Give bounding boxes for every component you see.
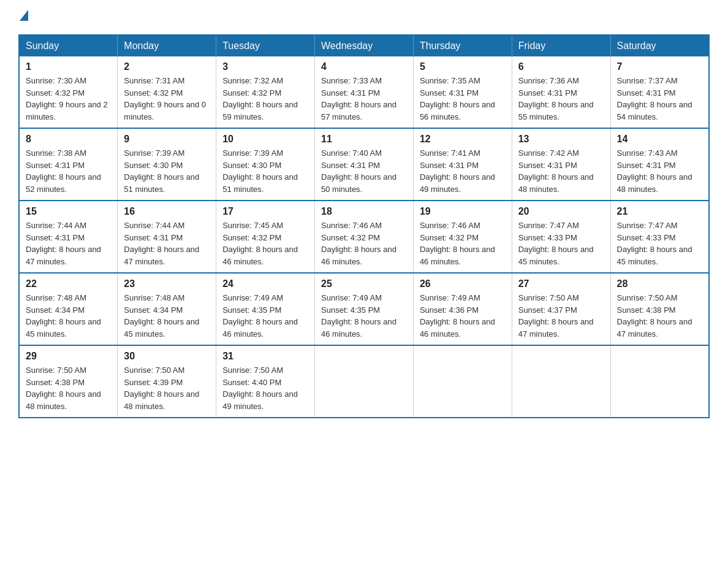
calendar-table: SundayMondayTuesdayWednesdayThursdayFrid… [18, 34, 710, 418]
calendar-day-cell: 3Sunrise: 7:32 AMSunset: 4:32 PMDaylight… [216, 56, 315, 128]
calendar-day-cell: 20Sunrise: 7:47 AMSunset: 4:33 PMDayligh… [512, 201, 610, 273]
day-info: Sunrise: 7:44 AMSunset: 4:31 PMDaylight:… [26, 221, 101, 266]
day-info: Sunrise: 7:43 AMSunset: 4:31 PMDaylight:… [617, 148, 692, 194]
day-number: 10 [222, 134, 308, 145]
logo [18, 12, 31, 23]
day-number: 22 [26, 278, 111, 289]
day-info: Sunrise: 7:47 AMSunset: 4:33 PMDaylight:… [518, 221, 594, 266]
day-info: Sunrise: 7:35 AMSunset: 4:31 PMDaylight:… [420, 76, 495, 121]
calendar-day-cell: 30Sunrise: 7:50 AMSunset: 4:39 PMDayligh… [118, 345, 216, 418]
calendar-day-cell: 26Sunrise: 7:49 AMSunset: 4:36 PMDayligh… [413, 273, 512, 345]
calendar-day-cell: 25Sunrise: 7:49 AMSunset: 4:35 PMDayligh… [315, 273, 414, 345]
calendar-day-cell: 24Sunrise: 7:49 AMSunset: 4:35 PMDayligh… [216, 273, 315, 345]
day-info: Sunrise: 7:38 AMSunset: 4:31 PMDaylight:… [26, 148, 101, 194]
day-number: 25 [321, 278, 407, 289]
day-number: 26 [420, 278, 506, 289]
day-info: Sunrise: 7:47 AMSunset: 4:33 PMDaylight:… [617, 221, 692, 266]
day-info: Sunrise: 7:49 AMSunset: 4:35 PMDaylight:… [222, 293, 298, 339]
calendar-day-cell: 31Sunrise: 7:50 AMSunset: 4:40 PMDayligh… [216, 345, 315, 418]
weekday-header-thursday: Thursday [413, 35, 512, 56]
day-info: Sunrise: 7:32 AMSunset: 4:32 PMDaylight:… [222, 76, 298, 121]
day-number: 16 [124, 206, 210, 217]
calendar-week-row: 1Sunrise: 7:30 AMSunset: 4:32 PMDaylight… [19, 56, 709, 128]
calendar-day-cell [413, 345, 512, 418]
day-number: 21 [617, 206, 702, 217]
calendar-day-cell: 21Sunrise: 7:47 AMSunset: 4:33 PMDayligh… [610, 201, 709, 273]
day-info: Sunrise: 7:45 AMSunset: 4:32 PMDaylight:… [222, 221, 298, 266]
day-info: Sunrise: 7:40 AMSunset: 4:31 PMDaylight:… [321, 148, 396, 194]
day-number: 4 [321, 61, 407, 72]
weekday-header-friday: Friday [512, 35, 610, 56]
day-info: Sunrise: 7:41 AMSunset: 4:31 PMDaylight:… [420, 148, 495, 194]
day-number: 17 [222, 206, 308, 217]
day-number: 14 [617, 134, 702, 145]
day-number: 23 [124, 278, 210, 289]
day-info: Sunrise: 7:36 AMSunset: 4:31 PMDaylight:… [518, 76, 594, 121]
calendar-day-cell: 5Sunrise: 7:35 AMSunset: 4:31 PMDaylight… [413, 56, 512, 128]
day-number: 29 [26, 351, 111, 362]
day-info: Sunrise: 7:50 AMSunset: 4:38 PMDaylight:… [617, 293, 692, 339]
calendar-day-cell: 19Sunrise: 7:46 AMSunset: 4:32 PMDayligh… [413, 201, 512, 273]
weekday-header-tuesday: Tuesday [216, 35, 315, 56]
day-number: 12 [420, 134, 506, 145]
day-number: 7 [617, 61, 702, 72]
weekday-header-saturday: Saturday [610, 35, 709, 56]
day-number: 19 [420, 206, 506, 217]
calendar-day-cell: 10Sunrise: 7:39 AMSunset: 4:30 PMDayligh… [216, 128, 315, 201]
day-info: Sunrise: 7:31 AMSunset: 4:32 PMDaylight:… [124, 76, 206, 121]
day-number: 5 [420, 61, 506, 72]
day-number: 1 [26, 61, 111, 72]
calendar-day-cell [512, 345, 610, 418]
day-info: Sunrise: 7:46 AMSunset: 4:32 PMDaylight:… [420, 221, 495, 266]
calendar-day-cell: 29Sunrise: 7:50 AMSunset: 4:38 PMDayligh… [19, 345, 118, 418]
calendar-day-cell: 16Sunrise: 7:44 AMSunset: 4:31 PMDayligh… [118, 201, 216, 273]
day-number: 28 [617, 278, 702, 289]
day-info: Sunrise: 7:44 AMSunset: 4:31 PMDaylight:… [124, 221, 199, 266]
calendar-day-cell: 11Sunrise: 7:40 AMSunset: 4:31 PMDayligh… [315, 128, 414, 201]
page-header [18, 12, 710, 23]
day-info: Sunrise: 7:50 AMSunset: 4:37 PMDaylight:… [518, 293, 594, 339]
calendar-day-cell: 1Sunrise: 7:30 AMSunset: 4:32 PMDaylight… [19, 56, 118, 128]
day-info: Sunrise: 7:48 AMSunset: 4:34 PMDaylight:… [26, 293, 101, 339]
weekday-header-wednesday: Wednesday [315, 35, 414, 56]
calendar-day-cell: 17Sunrise: 7:45 AMSunset: 4:32 PMDayligh… [216, 201, 315, 273]
calendar-day-cell [315, 345, 414, 418]
calendar-week-row: 15Sunrise: 7:44 AMSunset: 4:31 PMDayligh… [19, 201, 709, 273]
calendar-day-cell: 28Sunrise: 7:50 AMSunset: 4:38 PMDayligh… [610, 273, 709, 345]
day-number: 30 [124, 351, 210, 362]
day-number: 11 [321, 134, 407, 145]
calendar-day-cell: 23Sunrise: 7:48 AMSunset: 4:34 PMDayligh… [118, 273, 216, 345]
day-info: Sunrise: 7:46 AMSunset: 4:32 PMDaylight:… [321, 221, 396, 266]
day-info: Sunrise: 7:49 AMSunset: 4:35 PMDaylight:… [321, 293, 396, 339]
calendar-day-cell: 2Sunrise: 7:31 AMSunset: 4:32 PMDaylight… [118, 56, 216, 128]
weekday-header-sunday: Sunday [19, 35, 118, 56]
calendar-day-cell: 9Sunrise: 7:39 AMSunset: 4:30 PMDaylight… [118, 128, 216, 201]
calendar-day-cell: 6Sunrise: 7:36 AMSunset: 4:31 PMDaylight… [512, 56, 610, 128]
weekday-header-monday: Monday [118, 35, 216, 56]
day-number: 8 [26, 134, 111, 145]
day-number: 13 [518, 134, 604, 145]
day-number: 6 [518, 61, 604, 72]
day-number: 27 [518, 278, 604, 289]
calendar-day-cell: 18Sunrise: 7:46 AMSunset: 4:32 PMDayligh… [315, 201, 414, 273]
calendar-week-row: 29Sunrise: 7:50 AMSunset: 4:38 PMDayligh… [19, 345, 709, 418]
day-info: Sunrise: 7:39 AMSunset: 4:30 PMDaylight:… [124, 148, 199, 194]
day-info: Sunrise: 7:37 AMSunset: 4:31 PMDaylight:… [617, 76, 692, 121]
day-number: 2 [124, 61, 210, 72]
day-number: 20 [518, 206, 604, 217]
calendar-day-cell [610, 345, 709, 418]
calendar-day-cell: 12Sunrise: 7:41 AMSunset: 4:31 PMDayligh… [413, 128, 512, 201]
day-info: Sunrise: 7:50 AMSunset: 4:39 PMDaylight:… [124, 366, 199, 411]
day-info: Sunrise: 7:42 AMSunset: 4:31 PMDaylight:… [518, 148, 594, 194]
calendar-day-cell: 7Sunrise: 7:37 AMSunset: 4:31 PMDaylight… [610, 56, 709, 128]
calendar-day-cell: 4Sunrise: 7:33 AMSunset: 4:31 PMDaylight… [315, 56, 414, 128]
calendar-day-cell: 13Sunrise: 7:42 AMSunset: 4:31 PMDayligh… [512, 128, 610, 201]
calendar-day-cell: 8Sunrise: 7:38 AMSunset: 4:31 PMDaylight… [19, 128, 118, 201]
calendar-day-cell: 14Sunrise: 7:43 AMSunset: 4:31 PMDayligh… [610, 128, 709, 201]
day-info: Sunrise: 7:49 AMSunset: 4:36 PMDaylight:… [420, 293, 495, 339]
calendar-day-cell: 27Sunrise: 7:50 AMSunset: 4:37 PMDayligh… [512, 273, 610, 345]
calendar-day-cell: 15Sunrise: 7:44 AMSunset: 4:31 PMDayligh… [19, 201, 118, 273]
day-number: 31 [222, 351, 308, 362]
logo-triangle-icon [20, 10, 28, 21]
day-number: 3 [222, 61, 308, 72]
